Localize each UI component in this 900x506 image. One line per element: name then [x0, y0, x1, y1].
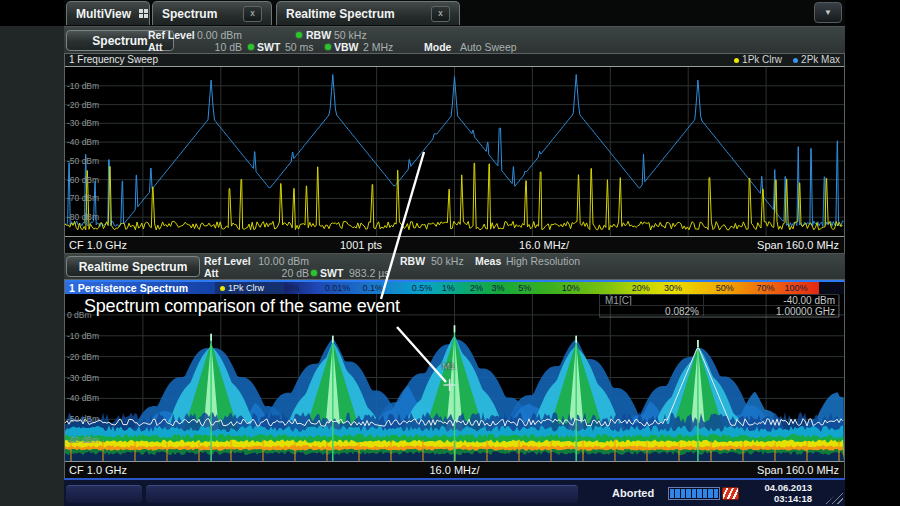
close-icon[interactable]: x [243, 6, 262, 22]
att-value[interactable]: 10 dB [182, 41, 242, 53]
density-scale-label: 0.01% [325, 283, 351, 293]
density-scale-label: 20% [632, 283, 650, 293]
density-scale-label: 30% [664, 283, 682, 293]
marker-info-table: M1[C] -40.00 dBm 0.082% 1.00000 GHz [599, 294, 839, 318]
rbw-label: RBW [306, 29, 331, 41]
ref-level-value[interactable]: 0.00 dBm [182, 29, 242, 41]
center-frequency[interactable]: CF 1.0 GHz [69, 238, 127, 252]
trace1-dot-icon [220, 286, 225, 291]
sweep-axis-bar: CF 1.0 GHz 1001 pts 16.0 MHz/ Span 160.0… [65, 236, 844, 253]
density-scale-label: 70% [756, 283, 774, 293]
status-dot-icon [311, 270, 317, 276]
span-value[interactable]: Span 160.0 MHz [757, 238, 839, 252]
date-value: 04.06.2013 [728, 482, 812, 493]
progress-bar [668, 487, 720, 500]
realtime-settings-bar: Realtime Spectrum Ref Level 10.00 dBm RB… [64, 253, 845, 279]
density-scale-label: 2% [470, 283, 483, 293]
density-color-scale: 0%0.01%0.1%0.5%1%2%3%5%10%20%30%50%70%10… [284, 282, 819, 294]
density-scale-label: 100% [784, 283, 807, 293]
mode-label: Mode [424, 41, 451, 53]
att-value[interactable]: 20 dB [249, 267, 309, 279]
swt-value[interactable]: 983.2 µs [349, 267, 390, 279]
taskbar-button[interactable] [66, 485, 142, 503]
vbw-label: VBW [334, 41, 359, 53]
mode-value[interactable]: Auto Sweep [460, 41, 517, 53]
persistence-trace-chip[interactable]: 1Pk Clrw [215, 282, 284, 294]
meas-label: Meas [475, 255, 501, 267]
density-scale-label: 5% [518, 283, 531, 293]
ref-level-value[interactable]: 10.00 dBm [249, 255, 309, 267]
freq-per-div: 16.0 MHz/ [429, 463, 479, 477]
sweep-panel-title: 1 Frequency Sweep [69, 54, 158, 65]
tab-multiview-label: MultiView [76, 7, 131, 21]
tab-bar: MultiView Spectrum x Realtime Spectrum x… [64, 0, 845, 26]
att-label: Att [204, 267, 219, 279]
vbw-value[interactable]: 2 MHz [363, 41, 393, 53]
persistence-axis-bar: CF 1.0 GHz 16.0 MHz/ Span 160.0 MHz [65, 461, 844, 478]
meas-value[interactable]: High Resolution [506, 255, 580, 267]
swt-label: SWT [320, 267, 343, 279]
marker-name: M1[C] [600, 295, 704, 306]
legend-item: 1Pk Clrw [734, 54, 782, 66]
legend-label: 2Pk Max [801, 54, 840, 66]
trace-legend: 1Pk Clrw 2Pk Max [734, 54, 840, 66]
tab-realtime-label: Realtime Spectrum [286, 7, 395, 21]
sweep-panel-header: 1 Frequency Sweep 1Pk Clrw 2Pk Max [65, 54, 844, 67]
sweep-status: Aborted [612, 487, 654, 499]
sweep-points: 1001 pts [340, 238, 382, 252]
close-icon[interactable]: x [431, 6, 450, 22]
persistence-title: 1 Persistence Spectrum [65, 282, 215, 294]
analyzer-screen: MultiView Spectrum x Realtime Spectrum x… [0, 0, 900, 506]
center-frequency[interactable]: CF 1.0 GHz [69, 463, 127, 477]
sweep-plot-area: -10 dBm-20 dBm-30 dBm-40 dBm-50 dBm-60 d… [65, 67, 844, 236]
status-dot-icon [248, 44, 254, 50]
tab-spectrum-label: Spectrum [162, 7, 217, 21]
swt-label: SWT [257, 41, 280, 53]
chevron-down-icon[interactable]: ▼ [814, 2, 842, 23]
taskbar-button[interactable] [146, 485, 578, 503]
left-gutter [0, 26, 64, 506]
spectrum-settings-bar: Spectrum Ref Level 0.00 dBm RBW 50 kHz A… [64, 26, 845, 53]
density-scale-label: 10% [562, 283, 580, 293]
legend-label: 1Pk Clrw [742, 54, 782, 66]
legend-item: 2Pk Max [793, 54, 840, 66]
persistence-trace-label: 1Pk Clrw [228, 282, 264, 294]
marker-m1-label[interactable]: M1 [442, 360, 455, 371]
persistence-header: 1 Persistence Spectrum 1Pk Clrw 0%0.01%0… [65, 280, 844, 294]
att-label: Att [148, 41, 163, 53]
density-scale-label: 3% [491, 283, 504, 293]
status-bar: Aborted 04.06.2013 03:14:18 [64, 478, 845, 506]
density-scale-label: 50% [716, 283, 734, 293]
realtime-channel-button[interactable]: Realtime Spectrum [66, 256, 200, 277]
tab-spectrum[interactable]: Spectrum x [152, 1, 272, 25]
tab-realtime-spectrum[interactable]: Realtime Spectrum x [276, 1, 460, 25]
marker-level: -40.00 dBm [704, 295, 840, 306]
density-scale-label: 0.1% [363, 283, 384, 293]
ref-level-label: Ref Level [204, 255, 251, 267]
datetime-display: 04.06.2013 03:14:18 [728, 482, 812, 504]
span-value[interactable]: Span 160.0 MHz [757, 463, 839, 477]
marker-frequency: 1.00000 GHz [704, 306, 840, 317]
trace1-dot-icon [734, 58, 739, 63]
trace2-dot-icon [793, 58, 798, 63]
time-value: 03:14:18 [728, 493, 812, 504]
density-scale-label: 0.5% [412, 283, 433, 293]
swt-value[interactable]: 50 ms [285, 41, 314, 53]
rbw-label: RBW [400, 255, 425, 267]
sweep-traces [65, 67, 844, 236]
rbw-value[interactable]: 50 kHz [334, 29, 367, 41]
status-dot-icon [325, 44, 331, 50]
multiview-grid-icon [139, 9, 148, 18]
freq-per-div: 16.0 MHz/ [519, 238, 569, 252]
persistence-plot-area: M1[C] -40.00 dBm 0.082% 1.00000 GHz M1 0… [65, 294, 844, 461]
resize-grip-icon[interactable] [825, 489, 843, 504]
rbw-value[interactable]: 50 kHz [431, 255, 464, 267]
tab-multiview[interactable]: MultiView [66, 1, 150, 25]
status-dot-icon [296, 32, 302, 38]
persistence-traces [65, 294, 844, 461]
density-scale-label: 1% [442, 283, 455, 293]
annotation-text: Spectrum comparison of the same event [84, 296, 400, 317]
density-scale-label: 0% [287, 283, 300, 293]
marker-percent: 0.082% [600, 306, 704, 317]
frequency-sweep-panel: 1 Frequency Sweep 1Pk Clrw 2Pk Max -10 d… [64, 53, 845, 253]
